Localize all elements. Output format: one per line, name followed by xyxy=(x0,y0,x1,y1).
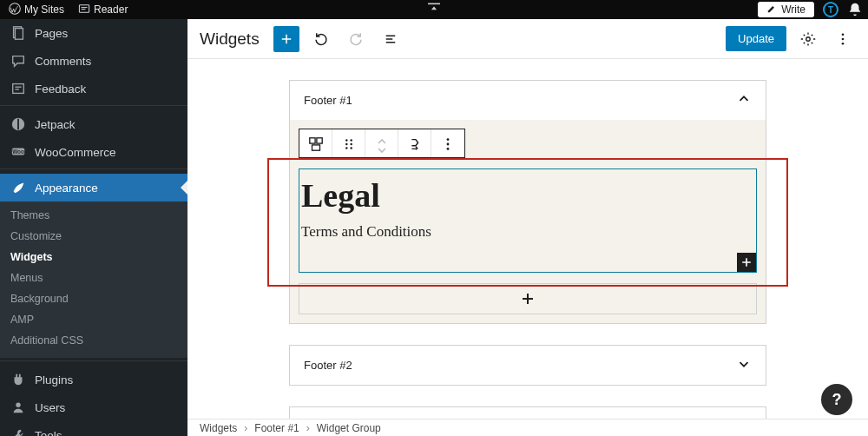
users-icon xyxy=(10,400,26,415)
submenu-item-additional-css[interactable]: Additional CSS xyxy=(0,330,187,351)
list-view-button[interactable] xyxy=(378,26,404,52)
widget-group-heading[interactable]: Legal xyxy=(301,176,754,215)
wordpress-logo-icon xyxy=(9,3,21,17)
svg-point-29 xyxy=(350,139,352,142)
widgets-editor: Widgets Update Footer #1 xyxy=(187,19,868,436)
sidebar-item-woocommerce[interactable]: Woo WooCommerce xyxy=(0,138,187,166)
sidebar-item-tools[interactable]: Tools xyxy=(0,421,187,436)
svg-rect-6 xyxy=(15,29,23,40)
topbar-my-sites[interactable]: My Sites xyxy=(5,0,68,19)
svg-point-35 xyxy=(447,143,450,146)
admin-sidebar: Pages Comments Feedback Jetpack Woo WooC… xyxy=(0,19,187,436)
topbar-my-sites-label: My Sites xyxy=(24,3,64,16)
svg-point-34 xyxy=(447,138,450,141)
topbar-reader[interactable]: Reader xyxy=(75,0,131,19)
svg-point-36 xyxy=(447,148,450,150)
sidebar-item-label: Plugins xyxy=(35,373,73,386)
block-move-buttons[interactable] xyxy=(365,129,398,158)
sidebar-item-pages[interactable]: Pages xyxy=(0,19,187,47)
submenu-item-themes[interactable]: Themes xyxy=(0,205,187,226)
sidebar-item-label: Comments xyxy=(35,55,91,68)
feedback-icon xyxy=(10,81,26,96)
svg-point-21 xyxy=(806,36,811,41)
block-move-to-area-button[interactable] xyxy=(398,129,431,158)
submenu-item-background[interactable]: Background xyxy=(0,288,187,309)
svg-point-15 xyxy=(16,403,20,407)
editor-title: Widgets xyxy=(200,30,260,49)
topbar-reader-label: Reader xyxy=(94,3,128,16)
svg-rect-26 xyxy=(316,138,321,143)
chevron-down-icon xyxy=(736,356,752,374)
svg-point-28 xyxy=(345,139,348,142)
sidebar-item-label: Pages xyxy=(35,27,68,40)
svg-rect-11 xyxy=(17,119,19,124)
topbar-collapse-icon[interactable] xyxy=(428,2,440,17)
editor-toolbar: Widgets Update xyxy=(187,19,868,59)
appearance-icon xyxy=(10,180,26,195)
widget-area-footer-1: Footer #1 Legal xyxy=(289,80,766,324)
update-button[interactable]: Update xyxy=(726,26,786,51)
chevron-right-icon: › xyxy=(306,422,310,434)
block-toolbar xyxy=(299,129,465,158)
crumb-item[interactable]: Widget Group xyxy=(317,422,381,434)
notifications-icon[interactable] xyxy=(847,2,863,17)
avatar-initial: T xyxy=(828,5,833,15)
submenu-item-widgets[interactable]: Widgets xyxy=(0,247,187,268)
write-button-label: Write xyxy=(781,3,806,16)
wpcom-topbar: My Sites Reader Write T xyxy=(0,0,868,19)
comments-icon xyxy=(10,53,26,69)
sidebar-item-label: Jetpack xyxy=(35,118,76,131)
widget-group-block[interactable]: Legal Terms and Conditions xyxy=(299,168,757,273)
svg-point-24 xyxy=(842,42,845,44)
undo-button[interactable] xyxy=(308,26,334,52)
crumb-item[interactable]: Widgets xyxy=(200,422,237,434)
sidebar-item-users[interactable]: Users xyxy=(0,393,187,421)
submenu-item-menus[interactable]: Menus xyxy=(0,268,187,288)
svg-rect-7 xyxy=(13,84,24,94)
sidebar-item-label: Tools xyxy=(35,429,62,437)
settings-button[interactable] xyxy=(795,26,821,52)
svg-point-32 xyxy=(345,147,348,149)
user-avatar[interactable]: T xyxy=(823,2,838,17)
block-drag-handle[interactable] xyxy=(332,129,365,158)
crumb-item[interactable]: Footer #1 xyxy=(254,422,299,434)
widget-area-title: Footer #1 xyxy=(304,94,352,107)
jetpack-icon xyxy=(10,116,26,132)
help-button[interactable]: ? xyxy=(821,384,852,415)
svg-rect-12 xyxy=(17,124,19,129)
tools-icon xyxy=(10,427,26,436)
block-type-button[interactable] xyxy=(299,129,332,158)
redo-button[interactable] xyxy=(343,26,369,52)
sidebar-item-feedback[interactable]: Feedback xyxy=(0,75,187,102)
sidebar-item-label: WooCommerce xyxy=(35,146,116,159)
svg-text:Woo: Woo xyxy=(12,149,24,155)
sidebar-item-label: Feedback xyxy=(35,83,86,96)
pages-icon xyxy=(10,25,26,41)
svg-rect-27 xyxy=(312,145,319,150)
more-options-button[interactable] xyxy=(830,26,856,52)
submenu-item-customize[interactable]: Customize xyxy=(0,226,187,247)
submenu-item-amp[interactable]: AMP xyxy=(0,309,187,330)
svg-point-33 xyxy=(350,147,352,149)
svg-rect-4 xyxy=(428,3,440,5)
write-button[interactable]: Write xyxy=(758,2,814,17)
sidebar-item-jetpack[interactable]: Jetpack xyxy=(0,110,187,138)
svg-point-31 xyxy=(350,143,352,146)
reader-icon xyxy=(78,3,90,17)
add-inner-block-button[interactable] xyxy=(737,253,756,272)
add-block-button[interactable] xyxy=(273,26,299,52)
widget-area-header[interactable]: Footer #1 xyxy=(290,81,766,120)
svg-point-22 xyxy=(842,33,845,36)
sidebar-item-plugins[interactable]: Plugins xyxy=(0,366,187,393)
sidebar-item-comments[interactable]: Comments xyxy=(0,47,187,75)
widget-area-header[interactable]: Footer #2 xyxy=(290,346,766,385)
woocommerce-icon: Woo xyxy=(10,144,26,160)
sidebar-item-appearance[interactable]: Appearance xyxy=(0,174,187,201)
chevron-up-icon xyxy=(736,91,752,109)
block-appender[interactable] xyxy=(299,283,757,314)
block-more-options-button[interactable] xyxy=(431,129,464,158)
widget-area-body: Legal Terms and Conditions xyxy=(290,120,766,323)
widget-group-paragraph[interactable]: Terms and Conditions xyxy=(301,223,754,241)
appearance-submenu: Themes Customize Widgets Menus Backgroun… xyxy=(0,201,187,358)
editor-canvas[interactable]: Footer #1 Legal xyxy=(187,59,868,436)
